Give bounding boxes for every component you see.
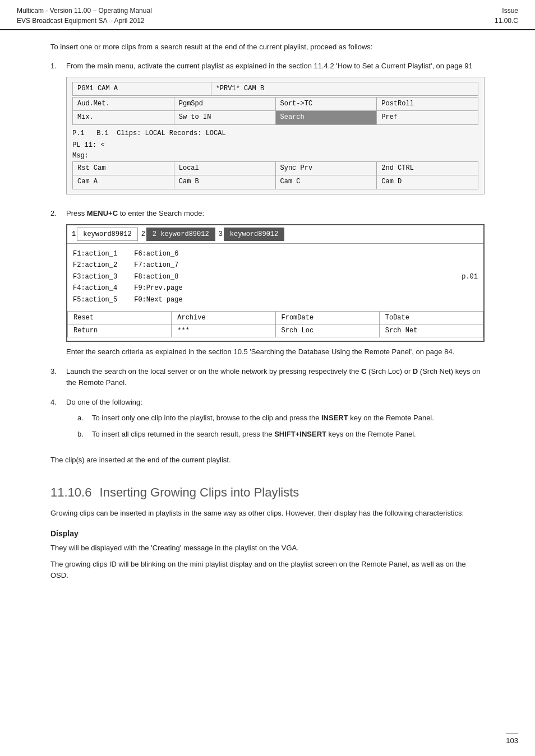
alpha-b: b. To insert all clips returned in the s… <box>77 429 485 440</box>
tc-rstcam: Rst Cam <box>73 162 174 175</box>
term-grid-2: Rst Cam Local Sync Prv 2nd CTRL Cam A Ca… <box>72 161 478 189</box>
term-cell-prv1: *PRV1* CAM B <box>211 82 478 96</box>
f2-action: F2:action_2 <box>73 259 117 271</box>
f6-action: F6:action_6 <box>134 248 182 259</box>
tab-num-3: 3 <box>219 229 223 239</box>
section-title: Inserting Growing Clips into Playlists <box>100 485 299 499</box>
sc-srchloc: Srch Loc <box>276 324 380 337</box>
sc-fromdate: FromDate <box>276 312 380 324</box>
f7-action: F7:action_7 <box>134 259 182 271</box>
terminal-box-1: PGM1 CAM A *PRV1* CAM B Aud.Met. PgmSpd … <box>66 77 485 194</box>
tc-syncprv: Sync Prv <box>276 162 377 175</box>
tc-sorttc: Sort->TC <box>276 98 377 111</box>
alpha-a: a. To insert only one clip into the play… <box>77 412 485 424</box>
sc-todate: ToDate <box>380 312 483 324</box>
f8-action: F8:action_8 <box>134 271 182 282</box>
search-terminal-box: 1 keyword89012 2 2 keyword89012 3 keywor… <box>66 224 485 342</box>
search-grid: Reset Archive FromDate ToDate Return ***… <box>67 311 483 337</box>
f1-action: F1:action_1 <box>73 248 117 259</box>
term-info-2: PL 11: < <box>72 140 478 151</box>
step-2: 2. Press MENU+C to enter the Search mode… <box>50 208 485 358</box>
search-col-right: F6:action_6 F7:action_7 F8:action_8 F9:P… <box>134 248 182 305</box>
step-4: 4. Do one of the following: a. To insert… <box>50 397 485 446</box>
tc-local: Local <box>174 162 276 175</box>
step-3-bold-d: D <box>413 367 418 375</box>
term-info-3: Msg: <box>72 151 478 161</box>
close-text: The clip(s) are inserted at the end of t… <box>50 454 485 466</box>
sc-archive: Archive <box>172 312 275 324</box>
step-3: 3. Launch the search on the local server… <box>50 366 485 388</box>
steps-list: 1. From the main menu, activate the curr… <box>50 61 485 446</box>
step-4-num: 4. <box>50 397 61 446</box>
tc-search: Search <box>276 111 377 124</box>
step-1-text: From the main menu, activate the current… <box>66 62 473 70</box>
alpha-list: a. To insert only one clip into the play… <box>77 412 485 440</box>
intro-paragraph: To insert one or more clips from a searc… <box>50 41 485 53</box>
tc-swto: Sw to IN <box>174 111 276 124</box>
header-right: Issue 11.00.C <box>495 6 518 26</box>
term-cell-pgm1: PGM1 CAM A <box>72 82 211 96</box>
tab-num-1: 1 <box>72 229 76 239</box>
tc-cama: Cam A <box>73 175 174 189</box>
tab-keyword-3[interactable]: keyword89012 <box>224 228 284 241</box>
search-body: F1:action_1 F2:action_2 F3:action_3 F4:a… <box>67 244 483 308</box>
p01-label: p.01 <box>462 272 478 282</box>
alpha-b-text: To insert all clips returned in the sear… <box>92 429 416 440</box>
step-3-bold-c: C <box>361 367 366 375</box>
term-grid-1: Aud.Met. PgmSpd Sort->TC PostRoll Mix. S… <box>72 97 478 124</box>
step-4-text: Do one of the following: <box>66 398 142 406</box>
search-col-left: F1:action_1 F2:action_2 F3:action_3 F4:a… <box>73 248 117 305</box>
f9-action: F9:Prev.page <box>134 282 182 294</box>
alpha-b-bold: SHIFT+INSERT <box>274 430 326 438</box>
f0-action: F0:Next page <box>134 294 182 305</box>
sc-return: Return <box>68 324 172 337</box>
tc-postroll: PostRoll <box>377 98 478 111</box>
sc-srchnet: Srch Net <box>380 324 483 337</box>
alpha-a-bold: INSERT <box>321 414 348 422</box>
page-number: 103 <box>506 736 518 745</box>
step-3-text: Launch the search on the local server or… <box>66 367 480 387</box>
tab-num-2: 2 <box>141 229 145 239</box>
alpha-a-text: To insert only one clip into the playlis… <box>92 412 434 424</box>
step-2-text: Press MENU+C to enter the Search mode: <box>66 209 204 217</box>
search-note: Enter the search criteria as explained i… <box>66 346 485 358</box>
tc-2ndctrl: 2nd CTRL <box>377 162 478 175</box>
display-para2: The growing clips ID will be blinking on… <box>50 559 485 581</box>
page-header: Multicam - Version 11.00 – Operating Man… <box>0 0 535 30</box>
tab-2-active[interactable]: 2 keyword89012 <box>146 228 215 241</box>
header-title: Multicam - Version 11.00 – Operating Man… <box>17 6 152 16</box>
tc-camb: Cam B <box>174 175 276 189</box>
section-num: 11.10.6 <box>50 485 91 499</box>
display-heading: Display <box>50 529 485 538</box>
f4-action: F4:action_4 <box>73 282 117 294</box>
step-1-num: 1. <box>50 61 61 199</box>
alpha-a-label: a. <box>77 412 86 424</box>
display-para1: They will be displayed with the 'Creatin… <box>50 542 485 554</box>
page-number-area: 103 <box>506 734 518 745</box>
step-2-num: 2. <box>50 208 61 358</box>
step-1-content: From the main menu, activate the current… <box>66 61 485 199</box>
term-info-1: P.1 B.1 Clips: LOCAL Records: LOCAL <box>72 128 478 139</box>
step-1: 1. From the main menu, activate the curr… <box>50 61 485 199</box>
tc-camc: Cam C <box>276 175 377 189</box>
search-tabs-bar: 1 keyword89012 2 2 keyword89012 3 keywor… <box>67 225 483 244</box>
f5-action: F5:action_5 <box>73 294 117 305</box>
step-3-content: Launch the search on the local server or… <box>66 366 485 388</box>
header-left: Multicam - Version 11.00 – Operating Man… <box>17 6 152 26</box>
header-subtitle: EVS Broadcast Equipment SA – April 2012 <box>17 16 152 26</box>
step-4-content: Do one of the following: a. To insert on… <box>66 397 485 446</box>
step-2-bold: MENU+C <box>87 209 118 217</box>
step-3-num: 3. <box>50 366 61 388</box>
section-heading: 11.10.6 Inserting Growing Clips into Pla… <box>50 485 485 500</box>
tc-audmet: Aud.Met. <box>73 98 174 111</box>
tc-camd: Cam D <box>377 175 478 189</box>
alpha-b-label: b. <box>77 429 86 440</box>
tc-pgmspd: PgmSpd <box>174 98 276 111</box>
main-content: To insert one or more clips from a searc… <box>0 30 535 603</box>
header-issue-value: 11.00.C <box>495 16 518 26</box>
header-issue-label: Issue <box>495 6 518 16</box>
tc-mix: Mix. <box>73 111 174 124</box>
tab-keyword-1[interactable]: keyword89012 <box>77 228 137 241</box>
step-2-content: Press MENU+C to enter the Search mode: 1… <box>66 208 485 358</box>
section-intro: Growing clips can be inserted in playlis… <box>50 508 485 519</box>
